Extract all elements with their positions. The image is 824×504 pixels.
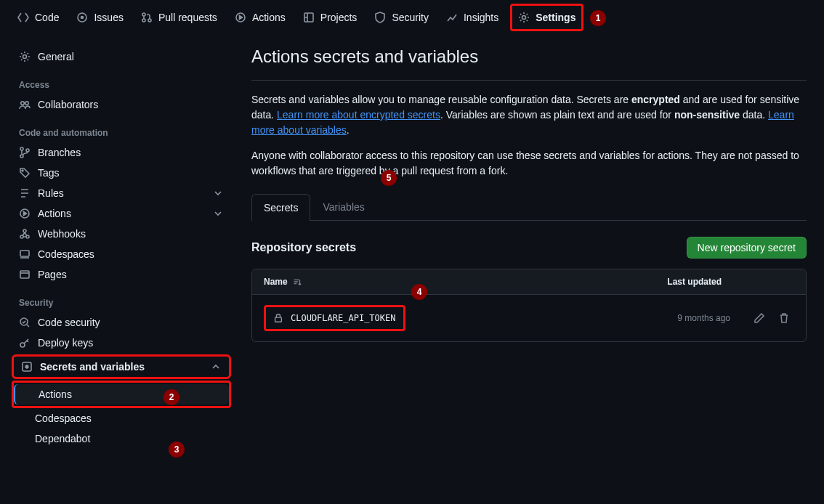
sidebar-head-security: Security: [12, 285, 231, 312]
repo-secrets-table: Name Last updated CLOUDFLARE_API_TOKEN 9…: [251, 269, 807, 342]
svg-point-9: [21, 102, 25, 105]
sidebar-general[interactable]: General: [12, 46, 231, 67]
settings-sidebar: General Access Collaborators Code and au…: [0, 35, 237, 504]
new-repo-secret-label: New repository secret: [698, 242, 796, 253]
chevron-up-icon: [210, 361, 222, 373]
nav-pulls[interactable]: Pull requests: [135, 6, 223, 29]
tab-secrets[interactable]: Secrets: [251, 194, 310, 221]
sidebar-sub-codespaces[interactable]: Codespaces: [12, 408, 231, 428]
intro-text: data.: [740, 109, 768, 121]
trash-icon: [778, 312, 790, 324]
nav-security[interactable]: Security: [368, 6, 435, 29]
svg-point-14: [22, 170, 23, 171]
sidebar-pages[interactable]: Pages: [12, 264, 231, 285]
rules-icon: [19, 187, 31, 199]
sidebar-secrets-variables[interactable]: Secrets and variables: [12, 354, 231, 379]
intro-text: Secrets and variables allow you to manag…: [251, 94, 631, 105]
secret-name-cell: CLOUDFLARE_API_TOKEN: [264, 305, 405, 331]
sidebar-head-access: Access: [12, 67, 231, 94]
sidebar-branches-label: Branches: [38, 147, 81, 158]
sidebar-codespaces[interactable]: Codespaces: [12, 244, 231, 264]
play-icon: [235, 12, 246, 23]
intro-text: .: [347, 124, 350, 136]
svg-point-8: [23, 55, 27, 59]
intro-bold: non-sensitive: [674, 109, 740, 121]
sidebar-secrets-sub-wrap: Actions: [12, 381, 231, 408]
sidebar-sub-actions[interactable]: Actions: [14, 384, 229, 405]
intro-paragraph-2: Anyone with collaborator access to this …: [251, 148, 807, 179]
nav-code-label: Code: [35, 12, 59, 23]
sidebar-codespaces-label: Codespaces: [38, 248, 94, 260]
secret-updated: 9 months ago: [677, 313, 730, 323]
sidebar-head-code-auto: Code and automation: [12, 115, 231, 142]
sort-icon: [292, 277, 302, 287]
annotation-5: 5: [381, 170, 397, 186]
link-encrypted-secrets[interactable]: Learn more about encrypted secrets: [277, 109, 440, 121]
repo-secrets-heading: Repository secrets: [251, 241, 356, 254]
webhook-icon: [19, 228, 31, 240]
secrets-variables-tabs: Secrets Variables 5: [251, 193, 807, 221]
annotation-3: 3: [169, 442, 185, 458]
nav-issues-label: Issues: [94, 12, 123, 23]
edit-secret-button[interactable]: [749, 308, 770, 328]
git-pull-icon: [141, 12, 153, 23]
intro-text: . Variables are shown as plain text and …: [440, 109, 674, 121]
play-icon: [19, 208, 31, 219]
secret-name-text: CLOUDFLARE_API_TOKEN: [291, 313, 396, 323]
svg-rect-24: [275, 317, 282, 322]
col-header-name[interactable]: Name: [264, 277, 302, 287]
annotation-4: 4: [411, 284, 427, 300]
sidebar-actions-label: Actions: [38, 208, 71, 219]
nav-issues[interactable]: Issues: [70, 6, 129, 29]
sidebar-webhooks[interactable]: Webhooks: [12, 224, 231, 244]
chevron-down-icon: [212, 208, 224, 219]
project-icon: [303, 12, 315, 23]
browser-icon: [19, 269, 31, 280]
sidebar-webhooks-label: Webhooks: [38, 228, 86, 240]
sidebar-tags-label: Tags: [38, 167, 60, 179]
sidebar-branches[interactable]: Branches: [12, 142, 231, 163]
sidebar-sub-dependabot-label: Dependabot: [35, 433, 90, 444]
intro-bold: encrypted: [631, 94, 680, 105]
col-header-updated: Last updated: [667, 277, 722, 287]
code-icon: [17, 12, 29, 23]
sidebar-sub-actions-label: Actions: [39, 389, 72, 400]
repo-top-nav: Code Issues Pull requests Actions Projec…: [0, 0, 824, 35]
nav-code[interactable]: Code: [12, 6, 65, 29]
svg-rect-20: [20, 271, 29, 278]
key-icon: [19, 337, 31, 349]
svg-point-1: [81, 16, 84, 18]
issue-icon: [76, 12, 88, 23]
nav-projects[interactable]: Projects: [297, 6, 363, 29]
sidebar-collaborators[interactable]: Collaborators: [12, 94, 231, 115]
svg-point-2: [142, 13, 145, 16]
svg-point-10: [25, 102, 29, 105]
divider: [251, 80, 807, 81]
sidebar-actions[interactable]: Actions: [12, 203, 231, 224]
nav-pulls-label: Pull requests: [158, 12, 217, 23]
tab-variables[interactable]: Variables: [310, 193, 376, 220]
nav-actions[interactable]: Actions: [229, 6, 291, 29]
sidebar-code-security[interactable]: Code security: [12, 312, 231, 333]
nav-settings[interactable]: Settings: [510, 4, 583, 31]
sidebar-rules-label: Rules: [38, 187, 64, 199]
col-name-label: Name: [264, 277, 288, 287]
svg-point-3: [142, 19, 145, 22]
sidebar-general-label: General: [38, 51, 74, 62]
nav-insights-label: Insights: [464, 12, 498, 23]
svg-point-7: [522, 15, 526, 19]
sidebar-secrets-variables-label: Secrets and variables: [40, 361, 145, 373]
sidebar-tags[interactable]: Tags: [12, 163, 231, 183]
sidebar-deploy-keys[interactable]: Deploy keys: [12, 333, 231, 353]
pencil-icon: [754, 312, 765, 324]
new-repository-secret-button[interactable]: New repository secret: [687, 237, 807, 259]
nav-actions-label: Actions: [252, 12, 286, 23]
sidebar-sub-dependabot[interactable]: Dependabot: [12, 428, 231, 449]
delete-secret-button[interactable]: [774, 308, 794, 328]
sidebar-rules[interactable]: Rules: [12, 183, 231, 203]
svg-point-13: [26, 149, 29, 152]
content-pane: Actions secrets and variables Secrets an…: [237, 35, 824, 504]
nav-insights[interactable]: Insights: [440, 6, 504, 29]
tag-icon: [19, 167, 31, 179]
sidebar-sub-codespaces-label: Codespaces: [35, 412, 92, 424]
